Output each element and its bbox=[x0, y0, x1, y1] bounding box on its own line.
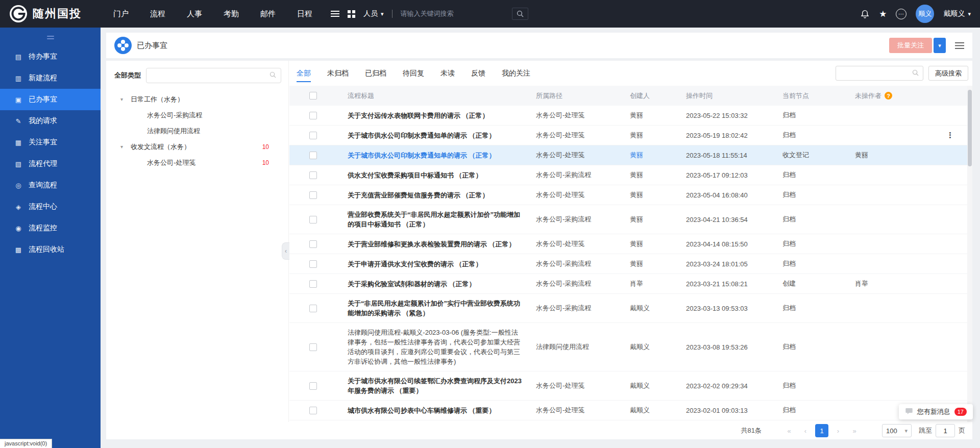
avatar[interactable]: 顺义 bbox=[916, 5, 934, 23]
next-page-button[interactable]: › bbox=[831, 424, 845, 437]
row-checkbox[interactable] bbox=[309, 407, 317, 414]
global-search-input[interactable]: 请输入关键词搜索 bbox=[401, 8, 528, 20]
sidebar-collapse-handle[interactable] bbox=[0, 33, 101, 42]
tab[interactable]: 未读 bbox=[440, 61, 455, 86]
table-row[interactable]: 供水支付宝收费采购项目中标通知书 （正常） 水务公司-采购流程 黄丽 2023-… bbox=[289, 165, 972, 185]
brand[interactable]: 随州国投 bbox=[9, 5, 82, 23]
row-title-link[interactable]: 关于充值营业部催费短信服务费的请示 （正常） bbox=[336, 186, 536, 205]
more-options-icon[interactable]: ⋯ bbox=[896, 9, 906, 19]
row-checkbox[interactable] bbox=[309, 260, 317, 268]
select-all-checkbox[interactable] bbox=[309, 92, 317, 99]
bell-icon[interactable] bbox=[860, 9, 870, 19]
tree-node[interactable]: ▾ 水务公司-处理笺 10 bbox=[114, 155, 281, 170]
table-row[interactable]: 关于支付远传水表物联网卡费用的请示 （正常） 水务公司-处理笺 黄丽 2023-… bbox=[289, 106, 972, 126]
row-title-link[interactable]: 供水支付宝收费采购项目中标通知书 （正常） bbox=[336, 166, 536, 185]
list-settings-icon[interactable] bbox=[955, 42, 964, 49]
row-checkbox[interactable] bbox=[309, 132, 317, 139]
sidebar-item[interactable]: ▥ 新建流程 bbox=[0, 67, 101, 89]
prev-page-button[interactable]: ‹ bbox=[799, 424, 812, 437]
row-title-link[interactable]: 法律顾问使用流程-戴顺义-2023-03-06 (服务类型:一般性法律事务，包括… bbox=[336, 323, 536, 371]
sidebar-item[interactable]: ◈ 流程中心 bbox=[0, 196, 101, 217]
table-row[interactable]: 关于申请开通供水支付宝收费的请示 （正常） 水务公司-采购流程 黄丽 2023-… bbox=[289, 254, 972, 274]
table-row[interactable]: 关于采购化验室试剂和器材的请示 （正常） 水务公司-采购流程 肖举 2023-0… bbox=[289, 274, 972, 294]
magnifier-icon[interactable] bbox=[912, 69, 919, 78]
table-row[interactable]: 关于城市供水有限公司续签鄂汇办水费查询程序及支付2023年服务费的请示 （重要）… bbox=[289, 371, 972, 401]
row-checkbox[interactable] bbox=[309, 191, 317, 199]
help-icon[interactable]: ? bbox=[885, 92, 892, 99]
row-title-link[interactable]: 关于营业部维修和更换水表检验装置费用的请示 （正常） bbox=[336, 235, 536, 254]
collapse-tree-button[interactable]: ‹ bbox=[282, 242, 289, 260]
hamburger-icon[interactable] bbox=[331, 10, 339, 17]
tree-expand-icon[interactable]: ▾ bbox=[120, 96, 127, 102]
row-menu-icon[interactable]: ⋮ bbox=[946, 131, 954, 140]
row-title-link[interactable]: 关于“非居民用水超定额累计加价”实行中营业部收费系统功能增加的采购请示 （紧急） bbox=[336, 294, 536, 322]
row-title-link[interactable]: 关于支付远传水表物联网卡费用的请示 （正常） bbox=[336, 106, 536, 125]
table-row[interactable]: 关于充值营业部催费短信服务费的请示 （正常） 水务公司-处理笺 黄丽 2023-… bbox=[289, 185, 972, 205]
top-nav-item[interactable]: 日程 bbox=[294, 0, 315, 28]
row-checkbox[interactable] bbox=[309, 240, 317, 248]
batch-follow-dropdown-button[interactable]: ▾ bbox=[934, 38, 946, 53]
apps-grid-icon[interactable] bbox=[348, 10, 355, 18]
sidebar-item[interactable]: ◎ 查询流程 bbox=[0, 175, 101, 196]
row-checkbox[interactable] bbox=[309, 280, 317, 288]
tree-node[interactable]: ▾ 日常工作（水务） bbox=[114, 91, 281, 107]
user-menu[interactable]: 戴顺义 ▾ bbox=[943, 9, 971, 18]
page-number-button[interactable]: 1 bbox=[815, 424, 828, 437]
tree-node[interactable]: ▾ 水务公司-采购流程 bbox=[114, 107, 281, 123]
advanced-search-button[interactable]: 高级搜索 bbox=[928, 66, 968, 81]
tab[interactable]: 未归档 bbox=[327, 61, 349, 86]
row-checkbox[interactable] bbox=[309, 305, 317, 312]
row-checkbox[interactable] bbox=[309, 152, 317, 159]
batch-follow-button[interactable]: 批量关注 bbox=[889, 38, 932, 53]
page-size-select[interactable]: 100 ▾ bbox=[882, 424, 912, 437]
table-row[interactable]: 关于城市供水公司印制水费通知单的请示 （正常） 水务公司-处理笺 黄丽 2023… bbox=[289, 126, 972, 145]
row-title-link[interactable]: 关于城市供水有限公司续签鄂汇办水费查询程序及支付2023年服务费的请示 （重要） bbox=[336, 371, 536, 400]
row-checkbox[interactable] bbox=[309, 343, 317, 351]
tab[interactable]: 反馈 bbox=[471, 61, 485, 86]
row-title-link[interactable]: 关于采购化验室试剂和器材的请示 （正常） bbox=[336, 275, 536, 293]
jump-page-input[interactable] bbox=[936, 424, 955, 437]
table-row[interactable]: 关于“非居民用水超定额累计加价”实行中营业部收费系统功能增加的采购请示 （紧急）… bbox=[289, 294, 972, 323]
sidebar-item[interactable]: ▤ 待办事宜 bbox=[0, 46, 101, 67]
row-title-link[interactable]: 关于城市供水公司印制水费通知单的请示 （正常） bbox=[336, 146, 536, 165]
tree-node[interactable]: ▾ 收发文流程（水务） 10 bbox=[114, 139, 281, 155]
row-checkbox[interactable] bbox=[309, 171, 317, 179]
table-row[interactable]: 关于营业部维修和更换水表检验装置费用的请示 （正常） 水务公司-处理笺 黄丽 2… bbox=[289, 234, 972, 254]
search-icon[interactable] bbox=[512, 8, 528, 20]
row-title-link[interactable]: 关于申请开通供水支付宝收费的请示 （正常） bbox=[336, 255, 536, 273]
new-message-toast[interactable]: 您有新消息 17 bbox=[899, 404, 973, 419]
tree-expand-icon[interactable]: ▾ bbox=[120, 144, 127, 150]
tab[interactable]: 我的关注 bbox=[502, 61, 530, 86]
last-page-button[interactable]: » bbox=[848, 424, 861, 437]
tree-search-input[interactable] bbox=[151, 72, 270, 79]
row-title-link[interactable]: 关于城市供水公司印制水费通知单的请示 （正常） bbox=[336, 126, 536, 145]
star-icon[interactable]: ★ bbox=[879, 10, 887, 18]
tab[interactable]: 全部 bbox=[297, 61, 311, 86]
row-checkbox[interactable] bbox=[309, 216, 317, 223]
tab[interactable]: 已归档 bbox=[365, 61, 386, 86]
top-nav-item[interactable]: 考勤 bbox=[220, 0, 242, 28]
table-row[interactable]: 关于城市供水公司印制水费通知单的请示 （正常） 水务公司-处理笺 黄丽 2023… bbox=[289, 145, 972, 165]
first-page-button[interactable]: « bbox=[782, 424, 796, 437]
sidebar-item[interactable]: ▧ 流程代理 bbox=[0, 153, 101, 175]
top-nav-item[interactable]: 邮件 bbox=[257, 0, 279, 28]
table-row[interactable]: 城市供水有限公司抄表中心车辆维修请示 （重要） 水务公司-处理笺 戴顺义 202… bbox=[289, 401, 972, 420]
top-nav-item[interactable]: 门户 bbox=[110, 0, 132, 28]
top-nav-item[interactable]: 流程 bbox=[147, 0, 168, 28]
magnifier-icon[interactable] bbox=[270, 71, 276, 80]
scrollbar-thumb[interactable] bbox=[968, 90, 972, 166]
row-checkbox[interactable] bbox=[309, 382, 317, 390]
sidebar-item[interactable]: ▣ 已办事宜 bbox=[0, 89, 101, 110]
row-checkbox[interactable] bbox=[309, 112, 317, 119]
table-row[interactable]: 营业部收费系统关于“非居民用水超定额累计加价”功能增加的项目中标通知书 （正常）… bbox=[289, 205, 972, 234]
people-scope-dropdown[interactable]: 人员 ▾ bbox=[363, 9, 384, 18]
tab[interactable]: 待回复 bbox=[403, 61, 424, 86]
sidebar-item[interactable]: ▦ 关注事宜 bbox=[0, 132, 101, 153]
top-nav-item[interactable]: 人事 bbox=[184, 0, 205, 28]
row-title-link[interactable]: 城市供水有限公司抄表中心车辆维修请示 （重要） bbox=[336, 401, 536, 420]
list-search-input[interactable] bbox=[840, 70, 912, 77]
row-title-link[interactable]: 营业部收费系统关于“非居民用水超定额累计加价”功能增加的项目中标通知书 （正常） bbox=[336, 205, 536, 234]
sidebar-item[interactable]: ▩ 流程回收站 bbox=[0, 239, 101, 260]
table-row[interactable]: 法律顾问使用流程-戴顺义-2023-03-06 (服务类型:一般性法律事务，包括… bbox=[289, 323, 972, 371]
tree-node[interactable]: ▾ 法律顾问使用流程 bbox=[114, 123, 281, 139]
